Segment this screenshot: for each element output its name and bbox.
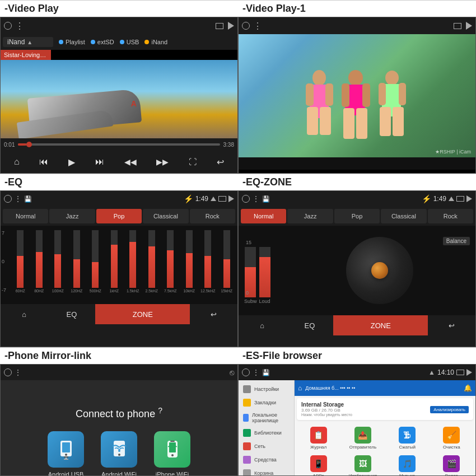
eqz-preset-normal[interactable]: Normal [241, 209, 286, 223]
eq-label: -EQ [0, 174, 238, 190]
eqz-zone-circle[interactable] [346, 237, 413, 304]
eqz-home-icon[interactable] [242, 195, 250, 203]
eqz-back-button[interactable]: ↩ [428, 315, 475, 335]
vp1-menu-icon[interactable]: ⋮ [253, 21, 262, 31]
eqz-back-icon[interactable] [466, 195, 472, 202]
vp-home-button[interactable]: ⌂ [14, 157, 20, 167]
es-network[interactable]: Сеть [239, 440, 294, 453]
pm-icon-row: Android USB Android [48, 431, 190, 476]
eqz-bar-loud[interactable]: Loud [259, 247, 270, 304]
es-icon-zip[interactable]: 🗜 Сжатый [386, 424, 429, 452]
vp-seekbar[interactable] [18, 143, 220, 146]
es-tools[interactable]: Средства [239, 453, 294, 466]
eq-bar-120hz[interactable]: 120HZ [68, 230, 86, 293]
pm-iphone-wifi[interactable]: iPhone WiFi [154, 431, 190, 476]
eq-menu-icon[interactable]: ⋮ [14, 194, 22, 203]
es-icon-images[interactable]: 🖼 Изображения [341, 453, 384, 476]
preset-rock[interactable]: Rock [190, 209, 235, 223]
eq-zone-label: -EQ-ZONE [238, 174, 476, 190]
es-icon-sender[interactable]: 📤 Отправитель [341, 424, 384, 452]
vp-fullscreen-button[interactable]: ⛶ [189, 157, 197, 166]
eq-home-button[interactable]: ⌂ [1, 304, 48, 324]
vp-home-icon[interactable] [4, 22, 12, 30]
preset-classical[interactable]: Classical [143, 209, 188, 223]
eq-bar-100hz[interactable]: 100HZ [49, 230, 67, 293]
eqz-save-icon[interactable]: 💾 [262, 195, 270, 203]
vp-back-button[interactable]: ↩ [217, 157, 224, 167]
eq-zone-button[interactable]: ZONE [95, 304, 190, 324]
preset-jazz[interactable]: Jazz [49, 209, 95, 223]
preset-normal[interactable]: Normal [3, 209, 48, 223]
vp-tab-extsd[interactable]: extSD [91, 39, 114, 45]
vp-back-icon[interactable] [228, 22, 234, 30]
eqz-menu-icon[interactable]: ⋮ [252, 194, 260, 203]
vp-tab-playlist[interactable]: Playlist [59, 39, 85, 45]
eq-bar-500hz[interactable]: 500HZ [87, 230, 104, 293]
es-notification-icon[interactable]: 🔔 [464, 384, 472, 392]
es-icon-apps[interactable]: 📱 APPs [297, 453, 340, 476]
vp1-window-icon [454, 23, 461, 29]
es-icon-video[interactable]: 🎬 Видео [430, 453, 473, 476]
pm-android-wifi-label: Android WiFi [101, 471, 137, 476]
es-home-icon[interactable] [242, 368, 250, 376]
eqz-preset-classical[interactable]: Classical [381, 209, 426, 223]
eq-bar-60hz[interactable]: 60HZ [12, 230, 29, 293]
pm-share-icon[interactable]: ⎋ [230, 368, 234, 377]
eq-eq-button[interactable]: EQ [48, 304, 96, 324]
eq-bar-1.5khz[interactable]: 1.5kHZ [124, 230, 142, 293]
eq-back-button[interactable]: ↩ [190, 304, 237, 324]
es-save-icon[interactable]: 💾 [262, 369, 270, 376]
es-back-icon[interactable] [466, 369, 472, 376]
eqz-zone-knob[interactable] [371, 262, 388, 279]
es-trash[interactable]: Корзина [239, 466, 294, 476]
eq-bar-10khz[interactable]: 10kHZ [181, 230, 198, 293]
pm-home-icon[interactable] [4, 368, 12, 376]
vp-progress-bar[interactable]: 0:01 3:38 [1, 138, 237, 151]
svg-point-0 [312, 70, 326, 86]
eq-bar-12.5khz[interactable]: 12.5kHZ [199, 230, 217, 293]
vp1-back-icon[interactable] [466, 22, 472, 30]
vp-tab-usb[interactable]: USB [120, 39, 139, 45]
es-menu-icon[interactable]: ⋮ [252, 368, 260, 377]
eqz-zone-button[interactable]: ZONE [333, 315, 428, 335]
es-icon-journal[interactable]: 📋 Журнал [297, 424, 340, 452]
eqz-home-button[interactable]: ⌂ [239, 315, 286, 335]
vp-rewind-button[interactable]: ◀◀ [124, 157, 137, 166]
pm-menu-icon[interactable]: ⋮ [14, 368, 22, 377]
pm-statusbar: ⋮ ⎋ [1, 365, 237, 380]
preset-pop[interactable]: Pop [96, 209, 142, 223]
vp-playlist-item[interactable]: Sistar-Loving (108... [1, 50, 51, 60]
vp1-home-icon[interactable] [242, 22, 250, 30]
girl-3 [377, 68, 410, 152]
es-topbar-home[interactable]: ⌂ [298, 384, 302, 392]
vp-tab-inand[interactable]: iNand [144, 39, 167, 45]
vp-next-button[interactable]: ⏭ [95, 157, 104, 167]
eq-home-icon[interactable] [4, 195, 12, 203]
vp-folder-selector[interactable]: iNand ▲ [3, 37, 53, 47]
eqz-balance-button[interactable]: Balance [443, 237, 470, 245]
vp-play-button[interactable]: ▶ [68, 157, 75, 167]
es-analyze-button[interactable]: Анализировать [430, 406, 469, 413]
eq-save-icon[interactable]: 💾 [24, 195, 32, 203]
es-local-storage[interactable]: Локальное хранилище [239, 409, 294, 426]
es-libraries[interactable]: Библиотеки [239, 426, 294, 440]
eq-bar-7.5khz[interactable]: 7.5kHZ [162, 230, 179, 293]
pm-android-usb[interactable]: Android USB [48, 431, 84, 476]
eq-bar-80hz[interactable]: 80HZ [31, 230, 48, 293]
eq-back-icon[interactable] [228, 195, 234, 202]
es-icon-clean[interactable]: 🧹 Очистка [430, 424, 473, 452]
vp-menu-icon[interactable]: ⋮ [15, 21, 24, 31]
es-icon-music[interactable]: 🎵 Музыка [386, 453, 429, 476]
eqz-preset-jazz[interactable]: Jazz [287, 209, 333, 223]
eqz-preset-rock[interactable]: Rock [428, 209, 473, 223]
eqz-preset-pop[interactable]: Pop [334, 209, 380, 223]
vp-fastfwd-button[interactable]: ▶▶ [156, 157, 169, 166]
pm-android-wifi[interactable]: Android WiFi [101, 431, 137, 476]
vp-prev-button[interactable]: ⏮ [39, 157, 48, 167]
es-bookmarks[interactable]: Закладки [239, 396, 294, 409]
eqz-eq-button[interactable]: EQ [286, 315, 334, 335]
eq-bar-15khz[interactable]: 15kHZ [218, 230, 236, 293]
eq-bar-1khz[interactable]: 1kHZ [106, 230, 123, 293]
eq-bar-2.5khz[interactable]: 2.5kHZ [143, 230, 161, 293]
es-settings[interactable]: Настройки [239, 382, 294, 396]
